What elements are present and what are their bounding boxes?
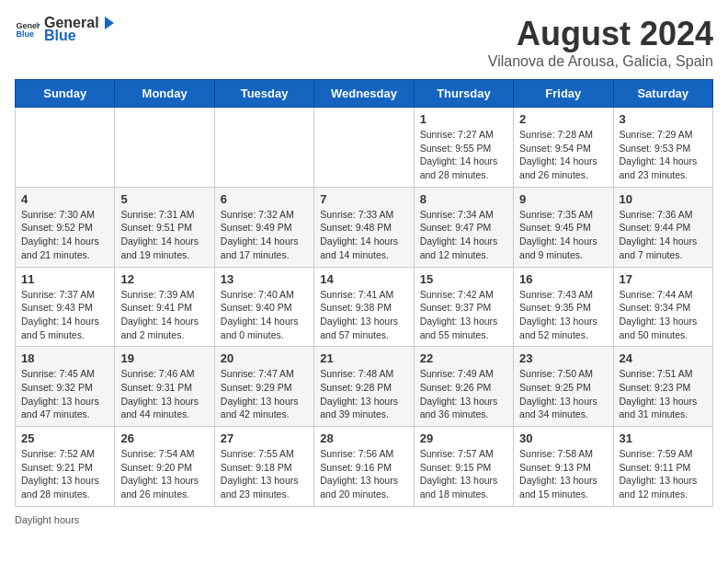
day-info: Sunrise: 7:41 AMSunset: 9:38 PMDaylight:… <box>320 288 407 342</box>
calendar-cell-w3-d5: 23Sunrise: 7:50 AMSunset: 9:25 PMDayligh… <box>514 347 613 427</box>
calendar-cell-w1-d0: 4Sunrise: 7:30 AMSunset: 9:52 PMDaylight… <box>16 187 115 267</box>
day-header-tuesday: Tuesday <box>214 80 313 108</box>
calendar-cell-w0-d4: 1Sunrise: 7:27 AMSunset: 9:55 PMDaylight… <box>414 108 513 188</box>
header: General Blue General Blue August 2024 Vi… <box>15 15 713 70</box>
day-number: 21 <box>320 351 407 365</box>
calendar-cell-w0-d0 <box>16 108 115 188</box>
calendar-cell-w3-d0: 18Sunrise: 7:45 AMSunset: 9:32 PMDayligh… <box>16 347 115 427</box>
calendar-cell-w2-d1: 12Sunrise: 7:39 AMSunset: 9:41 PMDayligh… <box>115 267 214 347</box>
day-info: Sunrise: 7:47 AMSunset: 9:29 PMDaylight:… <box>221 367 308 421</box>
day-info: Sunrise: 7:32 AMSunset: 9:49 PMDaylight:… <box>221 208 308 262</box>
main-title: August 2024 <box>488 15 713 53</box>
calendar-cell-w2-d0: 11Sunrise: 7:37 AMSunset: 9:43 PMDayligh… <box>16 267 115 347</box>
day-number: 11 <box>21 272 108 286</box>
calendar-cell-w4-d1: 26Sunrise: 7:54 AMSunset: 9:20 PMDayligh… <box>115 427 214 507</box>
calendar-cell-w0-d2 <box>214 108 313 188</box>
calendar-table: SundayMondayTuesdayWednesdayThursdayFrid… <box>15 79 713 507</box>
day-number: 14 <box>320 272 407 286</box>
calendar-cell-w0-d5: 2Sunrise: 7:28 AMSunset: 9:54 PMDaylight… <box>514 108 613 188</box>
day-number: 4 <box>21 192 108 206</box>
logo-icon: General Blue <box>15 17 40 42</box>
day-info: Sunrise: 7:52 AMSunset: 9:21 PMDaylight:… <box>21 447 108 501</box>
day-header-sunday: Sunday <box>16 80 115 108</box>
day-number: 24 <box>620 351 707 365</box>
calendar-cell-w0-d1 <box>115 108 214 188</box>
day-info: Sunrise: 7:56 AMSunset: 9:16 PMDaylight:… <box>320 447 407 501</box>
day-number: 27 <box>221 431 308 445</box>
calendar-cell-w4-d4: 29Sunrise: 7:57 AMSunset: 9:15 PMDayligh… <box>414 427 513 507</box>
day-info: Sunrise: 7:50 AMSunset: 9:25 PMDaylight:… <box>519 367 607 421</box>
title-area: August 2024 Vilanova de Arousa, Galicia,… <box>488 15 713 70</box>
calendar-cell-w0-d6: 3Sunrise: 7:29 AMSunset: 9:53 PMDaylight… <box>613 108 712 188</box>
day-number: 28 <box>320 431 407 445</box>
day-info: Sunrise: 7:40 AMSunset: 9:40 PMDaylight:… <box>221 288 308 342</box>
calendar-cell-w3-d1: 19Sunrise: 7:46 AMSunset: 9:31 PMDayligh… <box>115 347 214 427</box>
day-info: Sunrise: 7:30 AMSunset: 9:52 PMDaylight:… <box>21 208 108 262</box>
day-number: 29 <box>420 431 507 445</box>
day-info: Sunrise: 7:51 AMSunset: 9:23 PMDaylight:… <box>620 367 707 421</box>
day-number: 7 <box>320 192 407 206</box>
calendar-cell-w2-d5: 16Sunrise: 7:43 AMSunset: 9:35 PMDayligh… <box>514 267 613 347</box>
calendar-cell-w1-d5: 9Sunrise: 7:35 AMSunset: 9:45 PMDaylight… <box>514 187 613 267</box>
day-number: 5 <box>120 192 208 206</box>
day-number: 6 <box>221 192 308 206</box>
day-info: Sunrise: 7:37 AMSunset: 9:43 PMDaylight:… <box>21 288 108 342</box>
logo: General Blue General Blue <box>15 15 116 44</box>
day-info: Sunrise: 7:58 AMSunset: 9:13 PMDaylight:… <box>519 447 607 501</box>
day-number: 12 <box>120 272 208 286</box>
day-number: 9 <box>519 192 607 206</box>
day-number: 17 <box>620 272 707 286</box>
day-number: 18 <box>21 351 108 365</box>
svg-marker-3 <box>105 17 114 29</box>
calendar-cell-w4-d0: 25Sunrise: 7:52 AMSunset: 9:21 PMDayligh… <box>16 427 115 507</box>
day-number: 30 <box>519 431 607 445</box>
svg-text:Blue: Blue <box>16 29 34 39</box>
calendar-cell-w4-d3: 28Sunrise: 7:56 AMSunset: 9:16 PMDayligh… <box>314 427 414 507</box>
day-header-wednesday: Wednesday <box>314 80 414 108</box>
calendar-cell-w3-d6: 24Sunrise: 7:51 AMSunset: 9:23 PMDayligh… <box>613 347 712 427</box>
day-info: Sunrise: 7:27 AMSunset: 9:55 PMDaylight:… <box>420 128 507 182</box>
calendar-cell-w1-d6: 10Sunrise: 7:36 AMSunset: 9:44 PMDayligh… <box>613 187 712 267</box>
day-info: Sunrise: 7:48 AMSunset: 9:28 PMDaylight:… <box>320 367 407 421</box>
day-info: Sunrise: 7:45 AMSunset: 9:32 PMDaylight:… <box>21 367 108 421</box>
day-info: Sunrise: 7:28 AMSunset: 9:54 PMDaylight:… <box>519 128 607 182</box>
day-header-friday: Friday <box>514 80 613 108</box>
day-number: 13 <box>221 272 308 286</box>
day-info: Sunrise: 7:59 AMSunset: 9:11 PMDaylight:… <box>620 447 707 501</box>
calendar-cell-w2-d6: 17Sunrise: 7:44 AMSunset: 9:34 PMDayligh… <box>613 267 712 347</box>
day-number: 31 <box>620 431 707 445</box>
day-info: Sunrise: 7:42 AMSunset: 9:37 PMDaylight:… <box>420 288 507 342</box>
calendar-cell-w4-d2: 27Sunrise: 7:55 AMSunset: 9:18 PMDayligh… <box>214 427 313 507</box>
day-header-thursday: Thursday <box>414 80 513 108</box>
day-number: 2 <box>519 112 607 126</box>
calendar-cell-w3-d3: 21Sunrise: 7:48 AMSunset: 9:28 PMDayligh… <box>314 347 414 427</box>
calendar-cell-w0-d3 <box>314 108 414 188</box>
calendar-cell-w2-d4: 15Sunrise: 7:42 AMSunset: 9:37 PMDayligh… <box>414 267 513 347</box>
day-number: 20 <box>221 351 308 365</box>
calendar-cell-w3-d4: 22Sunrise: 7:49 AMSunset: 9:26 PMDayligh… <box>414 347 513 427</box>
day-info: Sunrise: 7:54 AMSunset: 9:20 PMDaylight:… <box>120 447 208 501</box>
calendar-cell-w1-d2: 6Sunrise: 7:32 AMSunset: 9:49 PMDaylight… <box>214 187 313 267</box>
calendar-cell-w4-d5: 30Sunrise: 7:58 AMSunset: 9:13 PMDayligh… <box>514 427 613 507</box>
calendar-cell-w2-d3: 14Sunrise: 7:41 AMSunset: 9:38 PMDayligh… <box>314 267 414 347</box>
day-info: Sunrise: 7:44 AMSunset: 9:34 PMDaylight:… <box>620 288 707 342</box>
day-number: 15 <box>420 272 507 286</box>
day-info: Sunrise: 7:55 AMSunset: 9:18 PMDaylight:… <box>221 447 308 501</box>
day-info: Sunrise: 7:31 AMSunset: 9:51 PMDaylight:… <box>120 208 208 262</box>
day-number: 1 <box>420 112 507 126</box>
day-number: 8 <box>420 192 507 206</box>
calendar-cell-w2-d2: 13Sunrise: 7:40 AMSunset: 9:40 PMDayligh… <box>214 267 313 347</box>
calendar-cell-w1-d4: 8Sunrise: 7:34 AMSunset: 9:47 PMDaylight… <box>414 187 513 267</box>
day-info: Sunrise: 7:39 AMSunset: 9:41 PMDaylight:… <box>120 288 208 342</box>
day-info: Sunrise: 7:33 AMSunset: 9:48 PMDaylight:… <box>320 208 407 262</box>
day-header-monday: Monday <box>115 80 214 108</box>
logo-arrow-icon <box>99 15 116 31</box>
day-number: 19 <box>120 351 208 365</box>
day-number: 26 <box>120 431 208 445</box>
calendar-cell-w1-d3: 7Sunrise: 7:33 AMSunset: 9:48 PMDaylight… <box>314 187 414 267</box>
day-info: Sunrise: 7:46 AMSunset: 9:31 PMDaylight:… <box>120 367 208 421</box>
day-number: 23 <box>519 351 607 365</box>
calendar-cell-w4-d6: 31Sunrise: 7:59 AMSunset: 9:11 PMDayligh… <box>613 427 712 507</box>
day-number: 10 <box>620 192 707 206</box>
day-info: Sunrise: 7:57 AMSunset: 9:15 PMDaylight:… <box>420 447 507 501</box>
